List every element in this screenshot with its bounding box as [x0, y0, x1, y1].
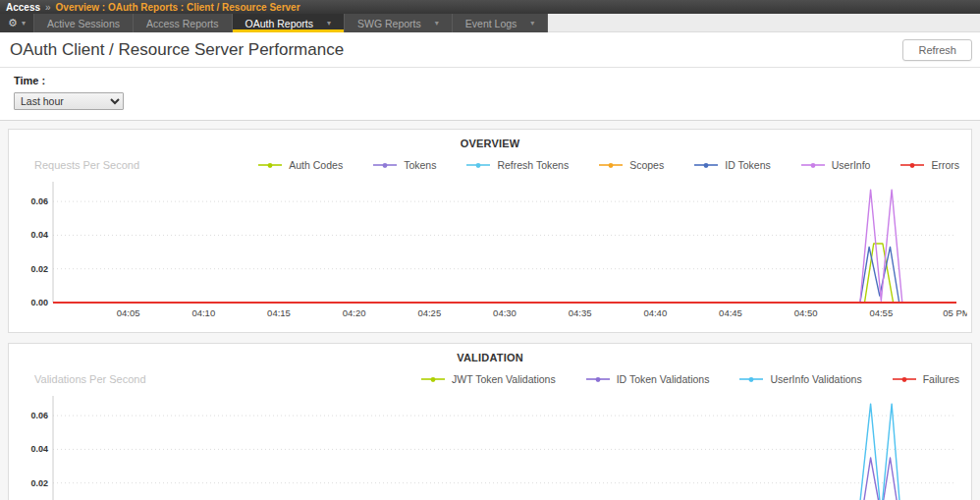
- chart-section-title: OVERVIEW: [9, 130, 971, 153]
- chart-y-axis-label: Requests Per Second: [34, 159, 139, 171]
- legend-label: Failures: [923, 373, 959, 385]
- time-filter-label: Time :: [14, 75, 980, 86]
- legend-label: UserInfo Validations: [770, 373, 861, 385]
- svg-text:05 PM: 05 PM: [943, 307, 967, 318]
- settings-menu-button[interactable]: ⚙ ▾: [0, 14, 34, 32]
- svg-text:04:20: 04:20: [343, 307, 366, 318]
- tab-event-logs[interactable]: Event Logs▾: [453, 14, 549, 32]
- svg-text:0.02: 0.02: [30, 478, 48, 488]
- legend-label: Refresh Tokens: [497, 159, 569, 171]
- legend-marker-icon: [892, 375, 917, 383]
- svg-text:04:45: 04:45: [719, 307, 742, 318]
- legend-marker-icon: [465, 161, 491, 169]
- chart-svg: 0.000.020.040.0604:0504:1004:1504:2004:2…: [13, 177, 967, 324]
- tab-bar-spacer: [548, 14, 980, 32]
- chart-y-axis-label: Validations Per Second: [34, 373, 146, 385]
- legend-marker-icon: [800, 161, 826, 169]
- svg-text:0.02: 0.02: [30, 264, 48, 274]
- tab-label: Event Logs: [465, 18, 517, 29]
- tabs: Active SessionsAccess ReportsOAuth Repor…: [34, 14, 548, 32]
- breadcrumb-path: Overview : OAuth Reports : Client / Reso…: [56, 2, 300, 13]
- breadcrumb-separator: »: [45, 2, 51, 13]
- time-filter-area: Time : Last hour: [0, 68, 980, 120]
- validation-chart-panel: VALIDATION Validations Per Second JWT To…: [8, 343, 972, 500]
- tab-label: Access Reports: [146, 18, 219, 29]
- svg-text:04:35: 04:35: [569, 307, 592, 318]
- svg-text:04:15: 04:15: [267, 307, 291, 318]
- chevron-down-icon: ▾: [435, 19, 439, 28]
- tab-label: Active Sessions: [47, 18, 120, 29]
- legend-label: Errors: [931, 159, 959, 171]
- breadcrumb-root[interactable]: Access: [6, 2, 40, 13]
- legend-marker-icon: [257, 161, 283, 169]
- tab-oauth-reports[interactable]: OAuth Reports▾: [233, 14, 345, 32]
- chart-meta-row: Validations Per Second JWT Token Validat…: [9, 367, 971, 389]
- chart-legend: JWT Token ValidationsID Token Validation…: [420, 373, 959, 385]
- svg-text:0.06: 0.06: [30, 411, 48, 420]
- legend-item-jwt-token-validations[interactable]: JWT Token Validations: [420, 373, 556, 385]
- tab-label: OAuth Reports: [245, 18, 313, 29]
- legend-item-userinfo-validations[interactable]: UserInfo Validations: [738, 373, 861, 385]
- legend-item-userinfo[interactable]: UserInfo: [800, 159, 871, 171]
- legend-marker-icon: [738, 375, 764, 383]
- legend-label: Tokens: [404, 159, 436, 171]
- svg-text:04:50: 04:50: [794, 307, 818, 318]
- time-range-select[interactable]: Last hour: [14, 92, 124, 110]
- svg-text:0.04: 0.04: [30, 444, 48, 454]
- legend-marker-icon: [585, 375, 611, 383]
- svg-text:04:10: 04:10: [191, 307, 215, 318]
- breadcrumb: Access » Overview : OAuth Reports : Clie…: [0, 0, 980, 14]
- svg-text:0.04: 0.04: [30, 230, 48, 240]
- legend-item-tokens[interactable]: Tokens: [372, 159, 436, 171]
- legend-label: UserInfo: [832, 159, 871, 171]
- chart-plot: 0.000.020.040.0604:0504:1004:1504:2004:2…: [9, 389, 971, 500]
- svg-text:04:25: 04:25: [417, 307, 441, 318]
- legend-label: ID Tokens: [725, 159, 771, 171]
- svg-text:0.06: 0.06: [30, 196, 48, 206]
- gear-icon: ⚙: [8, 17, 18, 29]
- legend-label: Scopes: [629, 159, 664, 171]
- tab-swg-reports[interactable]: SWG Reports▾: [345, 14, 453, 32]
- section-divider: [0, 120, 980, 121]
- legend-label: Auth Codes: [289, 159, 343, 171]
- legend-item-id-tokens[interactable]: ID Tokens: [693, 159, 771, 171]
- legend-label: JWT Token Validations: [452, 373, 556, 385]
- chevron-down-icon: ▾: [22, 19, 26, 28]
- legend-item-scopes[interactable]: Scopes: [598, 159, 664, 171]
- svg-text:04:30: 04:30: [493, 307, 517, 318]
- svg-text:04:05: 04:05: [117, 307, 140, 318]
- page-title: OAuth Client / Resource Server Performan…: [10, 40, 344, 60]
- chevron-down-icon: ▾: [530, 19, 534, 28]
- legend-marker-icon: [420, 375, 446, 383]
- chevron-down-icon: ▾: [327, 19, 331, 28]
- chart-section-title: VALIDATION: [9, 344, 971, 367]
- legend-item-errors[interactable]: Errors: [899, 159, 959, 171]
- chart-plot: 0.000.020.040.0604:0504:1004:1504:2004:2…: [9, 175, 971, 328]
- title-bar: OAuth Client / Resource Server Performan…: [0, 32, 980, 68]
- tab-access-reports[interactable]: Access Reports: [134, 14, 233, 32]
- chart-legend: Auth CodesTokensRefresh TokensScopesID T…: [257, 159, 959, 171]
- svg-text:0.00: 0.00: [30, 298, 48, 307]
- chart-svg: 0.000.020.040.0604:0504:1004:1504:2004:2…: [13, 391, 967, 500]
- tab-active-sessions[interactable]: Active Sessions: [34, 14, 134, 32]
- legend-marker-icon: [372, 161, 398, 169]
- legend-item-id-token-validations[interactable]: ID Token Validations: [585, 373, 710, 385]
- refresh-button[interactable]: Refresh: [902, 39, 972, 61]
- tab-label: SWG Reports: [357, 18, 421, 29]
- legend-item-refresh-tokens[interactable]: Refresh Tokens: [465, 159, 569, 171]
- legend-marker-icon: [693, 161, 719, 169]
- svg-text:04:55: 04:55: [869, 307, 893, 318]
- legend-marker-icon: [899, 161, 925, 169]
- legend-label: ID Token Validations: [617, 373, 710, 385]
- svg-text:04:40: 04:40: [643, 307, 667, 318]
- chart-meta-row: Requests Per Second Auth CodesTokensRefr…: [9, 153, 971, 175]
- overview-chart-panel: OVERVIEW Requests Per Second Auth CodesT…: [8, 129, 972, 333]
- legend-item-auth-codes[interactable]: Auth Codes: [257, 159, 343, 171]
- tab-bar: ⚙ ▾ Active SessionsAccess ReportsOAuth R…: [0, 14, 980, 32]
- legend-item-failures[interactable]: Failures: [892, 373, 959, 385]
- legend-marker-icon: [598, 161, 624, 169]
